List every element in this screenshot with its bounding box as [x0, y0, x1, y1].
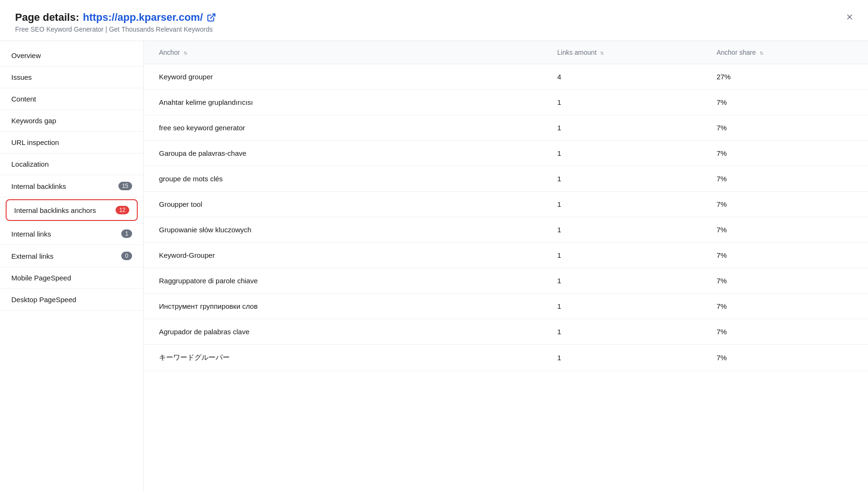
sidebar-item-internal-links[interactable]: Internal links1 [0, 223, 143, 245]
cell-links-10: 1 [542, 319, 701, 345]
table-row: Grupowanie słów kluczowych17% [144, 217, 868, 243]
sidebar-item-localization[interactable]: Localization [0, 153, 143, 175]
cell-anchor-11: キーワードグルーパー [144, 345, 542, 371]
sidebar-label-internal-backlinks-anchors: Internal backlinks anchors [14, 206, 96, 214]
sidebar-item-url-inspection[interactable]: URL inspection [0, 132, 143, 153]
cell-share-3: 7% [701, 141, 868, 166]
table-body: Keyword grouper427%Anahtar kelime grupla… [144, 64, 868, 371]
cell-links-6: 1 [542, 217, 701, 243]
cell-share-4: 7% [701, 166, 868, 192]
sidebar-badge-internal-links: 1 [121, 229, 132, 238]
cell-anchor-1: Anahtar kelime gruplandırıcısı [144, 90, 542, 115]
cell-share-1: 7% [701, 90, 868, 115]
cell-share-10: 7% [701, 319, 868, 345]
cell-anchor-9: Инструмент группировки слов [144, 294, 542, 319]
sidebar-label-internal-backlinks: Internal backlinks [11, 182, 66, 190]
table-header: Anchor ⇅ Links amount ⇅ Anchor share ⇅ [144, 41, 868, 64]
cell-anchor-2: free seo keyword generator [144, 115, 542, 141]
sidebar-label-overview: Overview [11, 51, 41, 59]
cell-share-2: 7% [701, 115, 868, 141]
cell-share-9: 7% [701, 294, 868, 319]
table-row: Keyword-Grouper17% [144, 243, 868, 268]
cell-links-1: 1 [542, 90, 701, 115]
sidebar-item-internal-backlinks-anchors[interactable]: Internal backlinks anchors12 [6, 199, 138, 221]
table-row: free seo keyword generator17% [144, 115, 868, 141]
cell-share-8: 7% [701, 268, 868, 294]
sidebar-label-keywords-gap: Keywords gap [11, 117, 56, 125]
page-title-prefix: Page details: [15, 11, 79, 24]
sidebar-badge-internal-backlinks: 15 [118, 182, 132, 190]
sidebar-item-desktop-pagespeed[interactable]: Desktop PageSpeed [0, 289, 143, 311]
table-container: Anchor ⇅ Links amount ⇅ Anchor share ⇅ [144, 41, 868, 371]
sidebar: OverviewIssuesContentKeywords gapURL ins… [0, 41, 144, 491]
sidebar-badge-external-links: 0 [121, 252, 132, 260]
sidebar-item-content[interactable]: Content [0, 88, 143, 110]
sidebar-label-url-inspection: URL inspection [11, 138, 59, 146]
sidebar-label-desktop-pagespeed: Desktop PageSpeed [11, 296, 76, 304]
cell-anchor-0: Keyword grouper [144, 64, 542, 90]
page-url-link[interactable]: https://app.kparser.com/ [83, 11, 203, 24]
content-area: Anchor ⇅ Links amount ⇅ Anchor share ⇅ [144, 41, 868, 491]
page-subtitle: Free SEO Keyword Generator | Get Thousan… [15, 25, 853, 33]
cell-anchor-6: Grupowanie słów kluczowych [144, 217, 542, 243]
table-row: Garoupa de palavras-chave17% [144, 141, 868, 166]
cell-share-11: 7% [701, 345, 868, 371]
cell-anchor-3: Garoupa de palavras-chave [144, 141, 542, 166]
sidebar-item-issues[interactable]: Issues [0, 67, 143, 88]
sidebar-item-keywords-gap[interactable]: Keywords gap [0, 110, 143, 132]
sidebar-item-overview[interactable]: Overview [0, 45, 143, 67]
col-links-label: Links amount [557, 49, 596, 56]
main-layout: OverviewIssuesContentKeywords gapURL ins… [0, 41, 868, 491]
cell-links-5: 1 [542, 192, 701, 217]
table-row: キーワードグルーパー17% [144, 345, 868, 371]
close-button[interactable]: × [846, 11, 853, 23]
cell-links-4: 1 [542, 166, 701, 192]
cell-links-8: 1 [542, 268, 701, 294]
col-share-label: Anchor share [717, 49, 756, 56]
sidebar-item-mobile-pagespeed[interactable]: Mobile PageSpeed [0, 267, 143, 289]
share-sort-icon[interactable]: ⇅ [760, 51, 763, 56]
cell-share-0: 27% [701, 64, 868, 90]
sidebar-label-content: Content [11, 95, 36, 103]
sidebar-label-localization: Localization [11, 160, 49, 168]
external-link-icon[interactable] [207, 13, 216, 22]
links-sort-icon[interactable]: ⇅ [600, 51, 604, 56]
cell-links-2: 1 [542, 115, 701, 141]
page-header: Page details: https://app.kparser.com/ F… [0, 0, 868, 41]
page-title: Page details: https://app.kparser.com/ [15, 11, 853, 24]
cell-links-9: 1 [542, 294, 701, 319]
table-row: Anahtar kelime gruplandırıcısı17% [144, 90, 868, 115]
cell-share-5: 7% [701, 192, 868, 217]
cell-share-6: 7% [701, 217, 868, 243]
sidebar-label-external-links: External links [11, 252, 53, 260]
svg-line-0 [210, 14, 215, 18]
table-row: Agrupador de palabras clave17% [144, 319, 868, 345]
cell-anchor-7: Keyword-Grouper [144, 243, 542, 268]
cell-anchor-4: groupe de mots clés [144, 166, 542, 192]
anchors-table: Anchor ⇅ Links amount ⇅ Anchor share ⇅ [144, 41, 868, 371]
col-header-links[interactable]: Links amount ⇅ [542, 41, 701, 64]
cell-links-11: 1 [542, 345, 701, 371]
cell-links-0: 4 [542, 64, 701, 90]
table-row: Keyword grouper427% [144, 64, 868, 90]
sidebar-label-issues: Issues [11, 73, 32, 81]
anchor-sort-icon[interactable]: ⇅ [184, 51, 187, 56]
table-row: Groupper tool17% [144, 192, 868, 217]
cell-anchor-8: Raggruppatore di parole chiave [144, 268, 542, 294]
sidebar-item-internal-backlinks[interactable]: Internal backlinks15 [0, 175, 143, 197]
sidebar-item-external-links[interactable]: External links0 [0, 245, 143, 267]
cell-anchor-10: Agrupador de palabras clave [144, 319, 542, 345]
cell-share-7: 7% [701, 243, 868, 268]
sidebar-label-mobile-pagespeed: Mobile PageSpeed [11, 274, 71, 282]
col-header-share[interactable]: Anchor share ⇅ [701, 41, 868, 64]
cell-links-3: 1 [542, 141, 701, 166]
sidebar-badge-internal-backlinks-anchors: 12 [116, 206, 129, 214]
table-row: Raggruppatore di parole chiave17% [144, 268, 868, 294]
cell-anchor-5: Groupper tool [144, 192, 542, 217]
cell-links-7: 1 [542, 243, 701, 268]
table-row: Инструмент группировки слов17% [144, 294, 868, 319]
sidebar-label-internal-links: Internal links [11, 230, 51, 238]
col-header-anchor[interactable]: Anchor ⇅ [144, 41, 542, 64]
col-anchor-label: Anchor [159, 49, 180, 56]
table-row: groupe de mots clés17% [144, 166, 868, 192]
